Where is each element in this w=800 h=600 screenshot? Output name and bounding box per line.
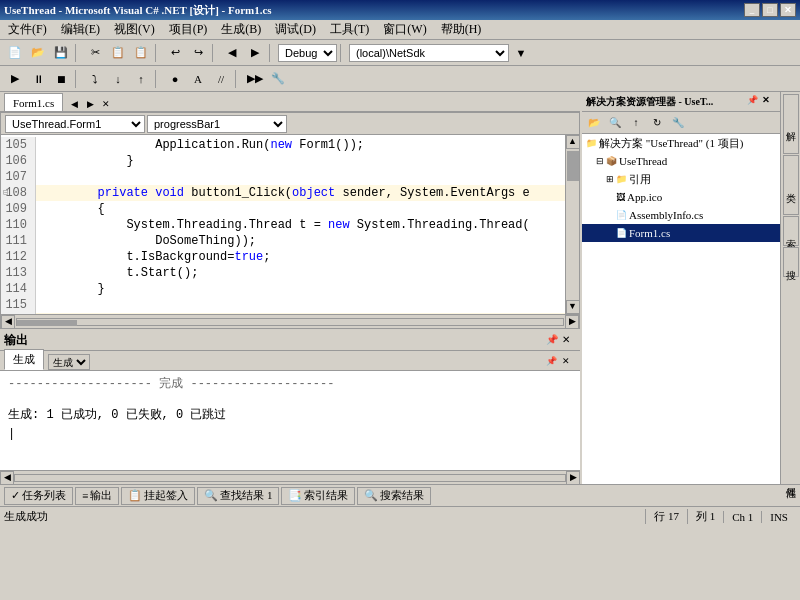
output-tab-build[interactable]: 生成 (4, 349, 44, 370)
tab-form1cs[interactable]: Form1.cs (4, 93, 63, 111)
output-x[interactable]: ✕ (562, 356, 576, 370)
output-pin-button[interactable]: 📌 (546, 334, 560, 348)
references-item[interactable]: ⊞ 📁 引用 (582, 170, 780, 188)
horizontal-scrollbar[interactable]: ◀ ▶ (1, 314, 579, 328)
menu-tools[interactable]: 工具(T) (324, 19, 375, 40)
sol-tb-btn3[interactable]: ↑ (626, 114, 646, 132)
code-content[interactable]: 105 Application.Run(new Form1()); 106 } … (1, 135, 565, 314)
sol-tb-btn4[interactable]: ↻ (647, 114, 667, 132)
checkin-icon: 📋 (128, 489, 142, 502)
bottom-tab-checkin[interactable]: 📋 挂起签入 (121, 487, 195, 505)
menu-debug[interactable]: 调试(D) (269, 19, 322, 40)
output-source-combo[interactable]: 生成 (48, 354, 90, 370)
breakpoint-button[interactable]: ● (164, 69, 186, 89)
appico-item[interactable]: 🖼 App.ico (582, 188, 780, 206)
scroll-down-button[interactable]: ▼ (566, 300, 580, 314)
scroll-right-button[interactable]: ▶ (565, 315, 579, 329)
copy-button[interactable]: 📋 (107, 43, 129, 63)
menu-view[interactable]: 视图(V) (108, 19, 161, 40)
toolbar-options[interactable]: ▼ (510, 43, 532, 63)
step-into-button[interactable]: ↓ (107, 69, 129, 89)
sol-tb-btn1[interactable]: 📂 (584, 114, 604, 132)
right-tab-solution[interactable]: 解 (783, 94, 799, 154)
menu-file[interactable]: 文件(F) (2, 19, 53, 40)
new-button[interactable]: 📄 (4, 43, 26, 63)
output-title: 输出 (4, 332, 28, 349)
output-build-result: 生成: 1 已成功, 0 已失败, 0 已跳过 (8, 406, 572, 423)
class-selector[interactable]: UseThread.Form1 (5, 115, 145, 133)
output-pin[interactable]: 📌 (546, 356, 560, 370)
bottom-tab-indexresults[interactable]: 📑 索引结果 (281, 487, 355, 505)
debug-config-combo[interactable]: Debug (278, 44, 337, 62)
scroll-left-button[interactable]: ◀ (1, 315, 15, 329)
tab-nav-left[interactable]: ◀ (67, 97, 81, 111)
sol-tb-btn5[interactable]: 🔧 (668, 114, 688, 132)
solution-tree[interactable]: 📁 解决方案 "UseThread" (1 项目) ⊟ 📦 UseThread … (582, 134, 780, 484)
code-container[interactable]: 105 Application.Run(new Form1()); 106 } … (1, 135, 579, 314)
assemblyinfo-item[interactable]: 📄 AssemblyInfo.cs (582, 206, 780, 224)
cut-button[interactable]: ✂ (84, 43, 106, 63)
menu-build[interactable]: 生成(B) (215, 19, 267, 40)
pause-button[interactable]: ⏸ (27, 69, 49, 89)
format-button[interactable]: A (187, 69, 209, 89)
debug-run-btn[interactable]: 🔧 (267, 69, 289, 89)
h-scroll-track[interactable] (16, 318, 564, 326)
bottom-tab-output[interactable]: ≡ 输出 (75, 487, 119, 505)
bottom-tab-tasks[interactable]: ✓ 任务列表 (4, 487, 73, 505)
out-scroll-left[interactable]: ◀ (0, 471, 14, 485)
bottom-tab-findresults[interactable]: 🔍 查找结果 1 (197, 487, 279, 505)
save-button[interactable]: 💾 (50, 43, 72, 63)
menu-help[interactable]: 帮助(H) (435, 19, 488, 40)
comment-button[interactable]: // (210, 69, 232, 89)
code-line-105: 105 Application.Run(new Form1()); (1, 137, 565, 153)
sol-tb-btn2[interactable]: 🔍 (605, 114, 625, 132)
output-content[interactable]: -------------------- 完成 ----------------… (0, 371, 580, 470)
output-close-button[interactable]: ✕ (562, 334, 576, 348)
stop-button[interactable]: ⏹ (50, 69, 72, 89)
sol-pin-button[interactable]: 📌 (747, 95, 761, 109)
toolbar2-sep3 (235, 70, 241, 88)
maximize-button[interactable]: □ (762, 3, 778, 17)
out-scroll-track[interactable] (14, 474, 566, 482)
tab-close[interactable]: ✕ (99, 97, 113, 111)
paste-button[interactable]: 📋 (130, 43, 152, 63)
step-out-button[interactable]: ↑ (130, 69, 152, 89)
right-tab-class[interactable]: 类 (783, 155, 799, 215)
minimize-button[interactable]: _ (744, 3, 760, 17)
main-toolbar: 📄 📂 💾 ✂ 📋 📋 ↩ ↪ ◀ ▶ Debug (local)\NetSdk… (0, 40, 800, 66)
solution-root-item[interactable]: 📁 解决方案 "UseThread" (1 项目) (582, 134, 780, 152)
menu-project[interactable]: 项目(P) (163, 19, 214, 40)
method-selector[interactable]: progressBar1 (147, 115, 287, 133)
status-col: 列 1 (687, 509, 723, 524)
findresults-icon: 🔍 (204, 489, 218, 502)
close-button[interactable]: ✕ (780, 3, 796, 17)
start-button[interactable]: ▶ (4, 69, 26, 89)
nav-back-button[interactable]: ◀ (221, 43, 243, 63)
nav-forward-button[interactable]: ▶ (244, 43, 266, 63)
right-tab-index[interactable]: 索 (783, 216, 799, 246)
vertical-scrollbar[interactable]: ▲ ▼ (565, 135, 579, 314)
menu-window[interactable]: 窗口(W) (377, 19, 432, 40)
bottom-tab-searchresults[interactable]: 🔍 搜索结果 (357, 487, 431, 505)
project-item[interactable]: ⊟ 📦 UseThread (582, 152, 780, 170)
scroll-up-button[interactable]: ▲ (566, 135, 580, 149)
right-side-tabs: 解 类 索 搜 属性 (780, 92, 800, 484)
editor-tab-bar: Form1.cs ◀ ▶ ✕ (0, 92, 580, 112)
step-over-button[interactable]: ⤵ (84, 69, 106, 89)
form1cs-item[interactable]: 📄 Form1.cs (582, 224, 780, 242)
sol-close-button[interactable]: ✕ (762, 95, 776, 109)
scroll-thumb[interactable] (567, 151, 579, 181)
output-cursor: | (8, 427, 572, 441)
right-tab-search[interactable]: 搜 (783, 247, 799, 277)
menu-edit[interactable]: 编辑(E) (55, 19, 106, 40)
build-run-btn[interactable]: ▶▶ (244, 69, 266, 89)
target-combo[interactable]: (local)\NetSdk (349, 44, 509, 62)
out-scroll-right[interactable]: ▶ (566, 471, 580, 485)
tab-nav-right[interactable]: ▶ (83, 97, 97, 111)
open-button[interactable]: 📂 (27, 43, 49, 63)
redo-button[interactable]: ↪ (187, 43, 209, 63)
status-mode: INS (761, 511, 796, 523)
undo-button[interactable]: ↩ (164, 43, 186, 63)
title-bar-buttons: _ □ ✕ (744, 3, 796, 17)
output-scrollbar-h[interactable]: ◀ ▶ (0, 470, 580, 484)
